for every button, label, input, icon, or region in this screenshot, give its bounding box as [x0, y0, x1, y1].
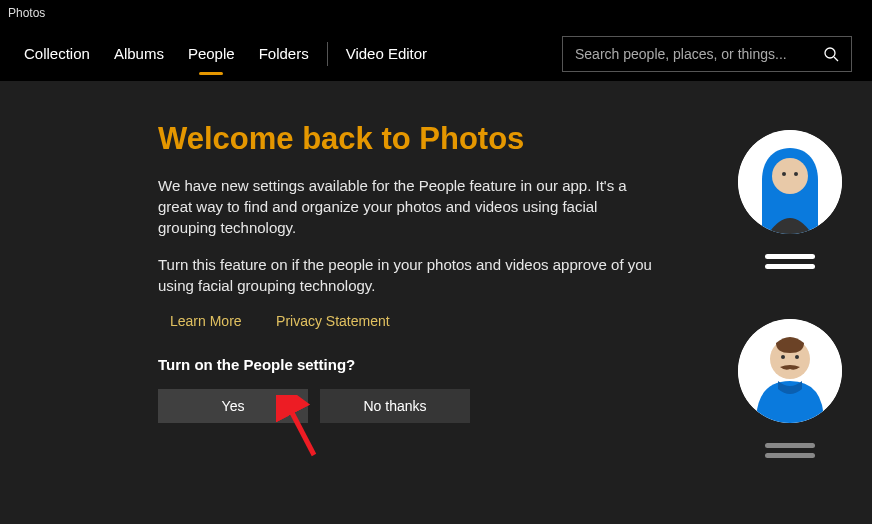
svg-point-5 — [794, 172, 798, 176]
tab-label: Albums — [114, 45, 164, 62]
tabs: Collection Albums People Folders Video E… — [12, 26, 439, 81]
tab-divider — [327, 42, 328, 66]
svg-point-9 — [795, 355, 799, 359]
caption-lines-icon — [765, 443, 815, 458]
topbar: Collection Albums People Folders Video E… — [0, 26, 872, 81]
avatar-hijab-icon — [738, 130, 842, 234]
learn-more-link[interactable]: Learn More — [170, 313, 242, 329]
links-row: Learn More Privacy Statement — [158, 312, 678, 330]
tab-albums[interactable]: Albums — [102, 26, 176, 81]
people-illustration — [738, 130, 842, 488]
privacy-link[interactable]: Privacy Statement — [276, 313, 390, 329]
svg-point-4 — [782, 172, 786, 176]
yes-button[interactable]: Yes — [158, 389, 308, 423]
button-label: No thanks — [363, 398, 426, 414]
tab-label: Collection — [24, 45, 90, 62]
search-icon[interactable] — [823, 46, 839, 62]
titlebar: Photos — [0, 0, 872, 26]
tab-label: Folders — [259, 45, 309, 62]
intro-paragraph-1: We have new settings available for the P… — [158, 175, 658, 238]
prompt-text: Turn on the People setting? — [158, 356, 678, 373]
intro-paragraph-2: Turn this feature on if the people in yo… — [158, 254, 658, 296]
svg-line-1 — [834, 57, 838, 61]
button-label: Yes — [222, 398, 245, 414]
tab-label: Video Editor — [346, 45, 427, 62]
app-title: Photos — [8, 6, 45, 20]
tab-video-editor[interactable]: Video Editor — [334, 26, 439, 81]
search-box[interactable] — [562, 36, 852, 72]
tab-folders[interactable]: Folders — [247, 26, 321, 81]
tab-label: People — [188, 45, 235, 62]
avatar-mustache-icon — [738, 319, 842, 423]
welcome-panel: Welcome back to Photos We have new setti… — [158, 121, 678, 423]
tab-people[interactable]: People — [176, 26, 247, 81]
svg-point-0 — [825, 48, 835, 58]
svg-point-3 — [772, 158, 808, 194]
svg-point-8 — [781, 355, 785, 359]
search-input[interactable] — [575, 46, 823, 62]
no-thanks-button[interactable]: No thanks — [320, 389, 470, 423]
page-title: Welcome back to Photos — [158, 121, 678, 157]
button-row: Yes No thanks — [158, 389, 678, 423]
caption-lines-icon — [765, 254, 815, 269]
tab-collection[interactable]: Collection — [12, 26, 102, 81]
